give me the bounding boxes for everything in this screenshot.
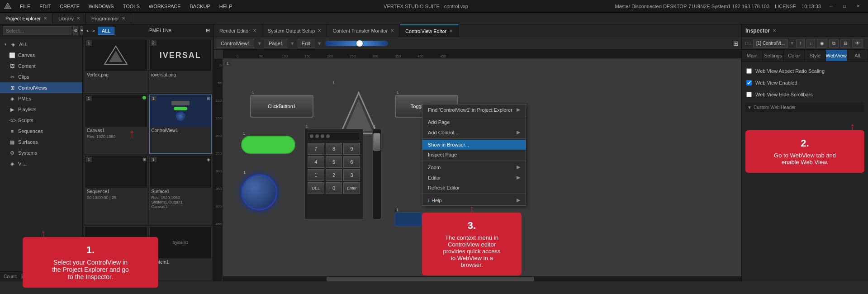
inspector-controlview-selector[interactable]: [1] ControlVi... bbox=[753, 39, 788, 48]
tab-library[interactable]: Library ✕ bbox=[53, 13, 86, 24]
menu-edit[interactable]: EDIT bbox=[35, 0, 55, 12]
keypad-del[interactable]: DEL bbox=[308, 182, 324, 194]
webview-aspect-ratio-checkbox[interactable] bbox=[746, 68, 752, 74]
close-tab-project-explorer[interactable]: ✕ bbox=[43, 16, 47, 21]
thumb-sequence1[interactable]: 1 ⊞ Sequence1 00:10:00:00 | 25 bbox=[85, 156, 147, 224]
insp-tab-all[interactable]: All bbox=[847, 50, 868, 61]
explorer-settings-button[interactable]: ⚙ bbox=[73, 26, 78, 35]
close-content-transfer-tab[interactable]: ✕ bbox=[390, 28, 394, 33]
keypad-0[interactable]: 0 bbox=[326, 182, 342, 194]
tree-item-vi[interactable]: ◈ Vi... bbox=[0, 158, 82, 169]
tab-content-transfer[interactable]: Content Transfer Monitor ✕ bbox=[327, 24, 400, 37]
grid-view-button[interactable]: ⊞ bbox=[206, 28, 210, 33]
ctx-find-controlview[interactable]: Find 'ControlView1' in Project Explorer … bbox=[422, 104, 526, 115]
keypad-2[interactable]: 2 bbox=[326, 169, 342, 181]
thumb-ioversai-png[interactable]: 2 IVERSAL ioversaI.png bbox=[149, 39, 212, 93]
green-button[interactable]: 1 bbox=[241, 136, 295, 154]
tab-project-explorer[interactable]: Project Explorer ✕ bbox=[0, 13, 53, 24]
webview-enabled-checkbox[interactable] bbox=[746, 80, 752, 85]
tree-item-clips[interactable]: ✂ Clips bbox=[0, 71, 82, 82]
keypad-9[interactable]: 9 bbox=[343, 143, 360, 155]
tree-item-playlists[interactable]: ▶ Playlists bbox=[0, 104, 82, 115]
tree-item-all[interactable]: ▼ ◈ ALL bbox=[0, 39, 82, 50]
keypad-enter[interactable]: Enter bbox=[343, 182, 360, 194]
nav-left-button[interactable]: < bbox=[86, 28, 89, 33]
tree-item-pmes[interactable]: ◈ PMEs bbox=[0, 93, 82, 104]
vertical-slider[interactable]: 1 bbox=[372, 129, 381, 219]
keypad-5[interactable]: 5 bbox=[326, 156, 342, 168]
page-selector[interactable]: Page1 bbox=[265, 39, 287, 48]
ctx-add-page[interactable]: Add Page bbox=[422, 117, 526, 127]
webview-hide-scrollbars-checkbox[interactable] bbox=[746, 92, 752, 97]
close-inspector-button[interactable]: ✕ bbox=[773, 28, 776, 33]
inspector-paste-button[interactable]: ⊟ bbox=[840, 39, 850, 48]
close-button[interactable]: ✕ bbox=[852, 0, 864, 13]
menu-create[interactable]: CREATE bbox=[55, 0, 84, 12]
menu-tools[interactable]: TOOLS bbox=[119, 0, 144, 12]
menu-backup[interactable]: BACKUP bbox=[185, 0, 215, 12]
thumb-vertex-png[interactable]: 1 Vertex.png bbox=[85, 39, 147, 93]
ctx-zoom[interactable]: Zoom ▶ bbox=[422, 162, 526, 172]
tree-item-canvas[interactable]: ⬜ Canvas bbox=[0, 50, 82, 61]
maximize-button[interactable]: □ bbox=[838, 0, 851, 13]
insp-tab-webview[interactable]: WebView bbox=[826, 50, 847, 61]
thumb-system1[interactable]: System1 System1 bbox=[149, 226, 212, 280]
insp-tab-color[interactable]: Color bbox=[784, 50, 805, 61]
insp-tab-main[interactable]: Main bbox=[742, 50, 763, 61]
tab-controlview-editor[interactable]: ControlView Editor ✕ bbox=[400, 24, 459, 37]
keypad-1[interactable]: 1 bbox=[308, 169, 324, 181]
tab-system-output[interactable]: System Output Setup ✕ bbox=[262, 24, 327, 37]
view-selector[interactable]: ControlView1 bbox=[217, 39, 254, 48]
menu-help[interactable]: HELP bbox=[215, 0, 237, 12]
all-filter-button[interactable]: ALL bbox=[98, 27, 115, 35]
menu-workspace[interactable]: WORKSPACE bbox=[144, 0, 185, 12]
blue-slider[interactable]: 1 bbox=[395, 213, 422, 226]
slider-thumb[interactable] bbox=[373, 133, 380, 151]
ctx-add-control[interactable]: Add Control... ▶ bbox=[422, 127, 526, 138]
mode-selector[interactable]: Edit bbox=[298, 39, 314, 48]
keypad[interactable]: 1 7 8 9 4 5 6 1 2 bbox=[304, 129, 363, 219]
close-tab-library[interactable]: ✕ bbox=[76, 16, 80, 21]
keypad-3[interactable]: 3 bbox=[343, 169, 360, 181]
progress-slider[interactable] bbox=[325, 41, 388, 46]
inspector-nav-down[interactable]: ↓ bbox=[806, 39, 815, 48]
inspector-pin-button[interactable]: ◉ bbox=[817, 39, 827, 48]
keypad-7[interactable]: 7 bbox=[308, 143, 324, 155]
insp-tab-style[interactable]: Style bbox=[805, 50, 825, 61]
tree-item-content[interactable]: 🖼 Content bbox=[0, 61, 82, 71]
ctx-show-in-browser[interactable]: Show in Browser... bbox=[422, 140, 526, 150]
inspector-copy-button[interactable]: ⧉ bbox=[829, 39, 839, 48]
ctx-editor[interactable]: Editor ▶ bbox=[422, 172, 526, 183]
close-controlview-editor-tab[interactable]: ✕ bbox=[449, 28, 453, 33]
tree-item-scripts[interactable]: </> Scripts bbox=[0, 115, 82, 126]
tree-item-sequences[interactable]: ≡ Sequences bbox=[0, 126, 82, 137]
menu-windows[interactable]: WINDOWS bbox=[84, 0, 119, 12]
inspector-nav-up[interactable]: ↑ bbox=[796, 39, 805, 48]
thumb-canvas1[interactable]: 1 Canvas1 Res: 1920,1080 bbox=[85, 95, 147, 154]
tree-item-systems[interactable]: ⚙ Systems bbox=[0, 147, 82, 158]
tree-item-surfaces[interactable]: ▦ Surfaces bbox=[0, 137, 82, 147]
ctx-refresh-editor[interactable]: Refresh Editor bbox=[422, 183, 526, 193]
thumb-surface1[interactable]: 1 ◈ Surface1 Res: 1920,1080System1,Outpu… bbox=[149, 156, 212, 224]
blue-knob[interactable]: 1 bbox=[241, 174, 277, 210]
close-system-output-tab[interactable]: ✕ bbox=[318, 28, 321, 33]
tab-render-editor[interactable]: Render Editor ✕ bbox=[214, 24, 262, 37]
keypad-4[interactable]: 4 bbox=[308, 156, 324, 168]
nav-right-button[interactable]: > bbox=[92, 28, 95, 33]
menu-file[interactable]: FILE bbox=[15, 0, 35, 12]
close-tab-programmer[interactable]: ✕ bbox=[122, 16, 125, 21]
minimize-button[interactable]: ─ bbox=[825, 0, 837, 13]
insp-tab-settings[interactable]: Settings bbox=[763, 50, 783, 61]
inspector-eye-button[interactable]: 👁 bbox=[852, 39, 863, 48]
click-button-1[interactable]: 1 ClickButton1 bbox=[250, 95, 313, 118]
close-render-editor-tab[interactable]: ✕ bbox=[253, 28, 256, 33]
ctx-help[interactable]: ℹHelp ▶ bbox=[422, 195, 526, 205]
explorer-search-input[interactable] bbox=[3, 26, 71, 35]
keypad-6[interactable]: 6 bbox=[343, 156, 360, 168]
ctx-inspect-page[interactable]: Inspect Page bbox=[422, 150, 526, 160]
keypad-8[interactable]: 8 bbox=[326, 143, 342, 155]
tree-item-controlviews[interactable]: ⊞ ControlViews bbox=[0, 82, 82, 93]
thumb-controlview1[interactable]: 1 ⊞ ControlView1 bbox=[149, 95, 212, 154]
tab-programmer[interactable]: Programmer ✕ bbox=[86, 13, 131, 24]
horizontal-scrollbar[interactable] bbox=[223, 276, 741, 281]
